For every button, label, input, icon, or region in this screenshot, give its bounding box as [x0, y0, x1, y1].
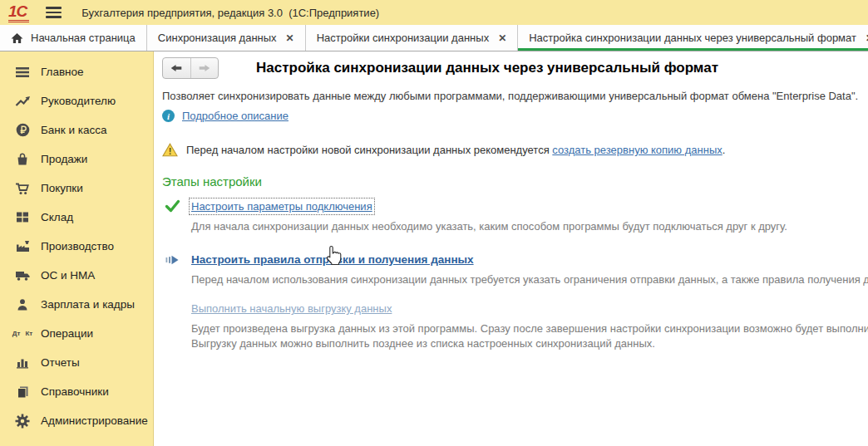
close-icon[interactable]: ✕	[498, 33, 506, 43]
tab-bar: Начальная страница Синхронизация данных …	[0, 25, 868, 51]
warning-text: Перед началом настройки новой синхрониза…	[186, 144, 725, 156]
history-nav	[162, 57, 219, 79]
warning-icon: !	[162, 143, 178, 157]
sidebar-item-label: Покупки	[41, 182, 83, 194]
section-sidebar: Главное Руководителю Банк и касса Продаж…	[0, 51, 154, 446]
gear-icon	[13, 413, 32, 429]
tab-label: Настройки синхронизации данных	[317, 32, 490, 44]
sidebar-item-fixed-assets[interactable]: ОС и НМА	[0, 261, 153, 290]
main-area: Главное Руководителю Банк и касса Продаж…	[0, 51, 868, 446]
step-connection-params: Настроить параметры подключения Для нача…	[162, 199, 868, 234]
kt-label: Кт	[25, 331, 32, 337]
menu-lines-icon	[13, 64, 32, 81]
steps-heading: Этапы настройки	[162, 174, 868, 189]
current-step-arrow-icon	[162, 254, 182, 266]
warning-row: ! Перед началом настройки новой синхрони…	[162, 143, 868, 157]
sidebar-item-label: Продажи	[41, 153, 87, 165]
shopping-cart-icon	[13, 180, 32, 197]
details-link[interactable]: Подробное описание	[182, 110, 289, 122]
sidebar-item-sales[interactable]: Продажи	[0, 145, 153, 174]
forward-button[interactable]	[191, 58, 219, 78]
backup-link[interactable]: создать резервную копию данных	[552, 144, 722, 156]
step-description: Для начала синхронизации данных необходи…	[191, 219, 868, 234]
sidebar-item-operations[interactable]: Дт Кт Операции	[0, 319, 153, 348]
sidebar-item-administration[interactable]: Администрирование	[0, 406, 153, 435]
tab-data-sync[interactable]: Синхронизация данных ✕	[147, 25, 306, 51]
intro-text: Позволяет синхронизировать данные между …	[162, 90, 868, 102]
factory-icon	[13, 238, 32, 255]
step-send-receive-rules: Настроить правила отправки и получения д…	[162, 253, 868, 287]
configure-rules-link[interactable]: Настроить правила отправки и получения д…	[191, 253, 474, 266]
sidebar-item-reports[interactable]: Отчеты	[0, 348, 153, 377]
person-icon	[13, 297, 32, 313]
tab-universal-format-setup[interactable]: Настройка синхронизации данных через уни…	[518, 25, 868, 51]
dt-label: Дт	[12, 331, 21, 337]
configure-connection-link[interactable]: Настроить параметры подключения	[191, 200, 372, 213]
sidebar-item-label: Склад	[41, 211, 73, 223]
warehouse-blocks-icon	[13, 209, 32, 226]
trend-up-icon	[13, 93, 32, 110]
tab-label: Синхронизация данных	[158, 32, 277, 44]
sidebar-item-label: Банк и касса	[41, 124, 107, 136]
bar-chart-icon	[13, 355, 32, 371]
warning-exclamation: !	[169, 146, 172, 156]
sidebar-item-label: Зарплата и кадры	[41, 298, 135, 311]
sidebar-item-label: Администрирование	[41, 414, 148, 427]
1c-logo: 1С	[8, 3, 29, 22]
sidebar-item-label: Операции	[41, 327, 93, 340]
step-description: Будет произведена выгрузка данных из это…	[191, 321, 868, 351]
initial-upload-link[interactable]: Выполнить начальную выгрузку данных	[191, 302, 392, 315]
dt-kt-icon: Дт Кт	[13, 326, 32, 342]
app-window: 1С Бухгалтерия предприятия, редакция 3.0…	[0, 0, 868, 446]
tab-label: Начальная страница	[31, 32, 136, 44]
sidebar-item-main[interactable]: Главное	[0, 57, 153, 86]
tab-home[interactable]: Начальная страница	[0, 25, 147, 51]
back-button[interactable]	[163, 58, 191, 78]
page-title: Настройка синхронизации данных через уни…	[256, 60, 718, 76]
shopping-bag-icon	[13, 151, 32, 168]
step-done-check-icon	[162, 199, 182, 213]
sidebar-item-manager[interactable]: Руководителю	[0, 86, 153, 115]
titlebar: 1С Бухгалтерия предприятия, редакция 3.0…	[0, 0, 868, 25]
sidebar-item-production[interactable]: Производство	[0, 232, 153, 261]
home-icon	[11, 32, 23, 44]
sidebar-item-directories[interactable]: Справочники	[0, 377, 153, 406]
sidebar-item-label: Руководителю	[41, 95, 116, 107]
sidebar-item-warehouse[interactable]: Склад	[0, 203, 153, 232]
sidebar-item-label: Справочники	[41, 385, 109, 398]
sidebar-item-bank-cash[interactable]: Банк и касса	[0, 115, 153, 145]
content-pane: Настройка синхронизации данных через уни…	[154, 51, 868, 446]
step-description: Перед началом использования синхронизаци…	[191, 272, 868, 287]
ruble-coin-icon	[13, 122, 32, 139]
sidebar-item-label: Отчеты	[41, 356, 80, 369]
app-title: Бухгалтерия предприятия, редакция 3.0 (1…	[81, 7, 379, 19]
sidebar-item-label: ОС и НМА	[41, 269, 95, 282]
details-row: i Подробное описание	[162, 110, 868, 122]
sidebar-item-salary-hr[interactable]: Зарплата и кадры	[0, 290, 153, 319]
arrow-left-icon	[169, 63, 184, 73]
info-icon: i	[162, 110, 175, 122]
tab-label: Настройка синхронизации данных через уни…	[529, 32, 856, 44]
sidebar-item-purchases[interactable]: Покупки	[0, 174, 153, 203]
truck-icon	[13, 267, 32, 284]
main-menu-icon[interactable]	[46, 7, 62, 18]
sidebar-item-label: Производство	[41, 240, 114, 252]
close-icon[interactable]: ✕	[286, 33, 294, 43]
page-header: Настройка синхронизации данных через уни…	[162, 57, 868, 79]
tab-sync-settings[interactable]: Настройки синхронизации данных ✕	[306, 25, 519, 51]
step-initial-upload: Выполнить начальную выгрузку данных Буде…	[162, 302, 868, 351]
sidebar-item-label: Главное	[41, 66, 84, 78]
arrow-right-icon	[197, 63, 212, 73]
books-icon	[13, 384, 32, 400]
